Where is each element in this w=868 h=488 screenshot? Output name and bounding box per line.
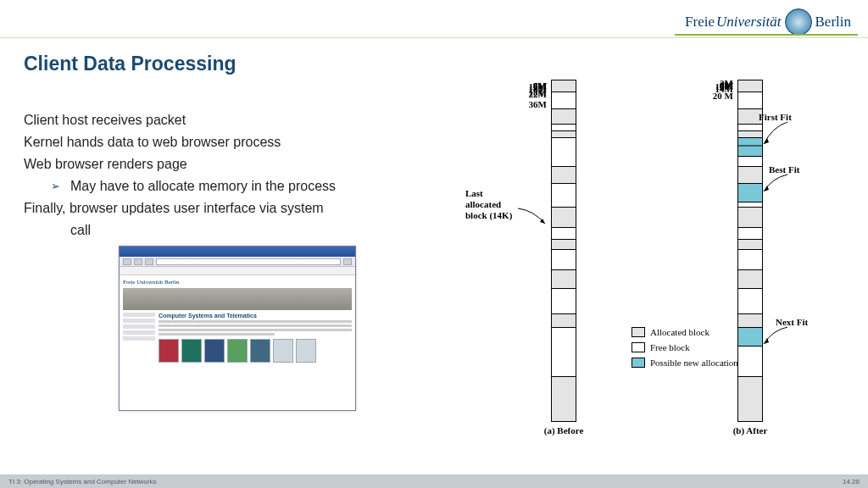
browser-page: Freie Universität Berlin Computer System… <box>120 275 355 366</box>
last-allocated-label: Lastallocatedblock (14K) <box>465 188 512 222</box>
page-headline: Computer Systems and Telematics <box>159 313 352 319</box>
next-fit-label: Next Fit <box>776 317 808 327</box>
body-line3: Web browser renders page <box>24 154 439 175</box>
body-line1: Client host receives packet <box>24 110 439 130</box>
browser-titlebar <box>120 247 355 257</box>
legend: Allocated block Free block Possible new … <box>632 327 738 373</box>
body-text: Client host receives packet Kernel hands… <box>24 110 439 242</box>
before-caption: (a) Before <box>530 425 598 435</box>
after-column: 8M 12M 6M 2M 8M 6M 14M 20 M <box>737 80 763 422</box>
after-caption: (b) After <box>716 425 784 435</box>
slide-title: Client Data Processing <box>24 53 236 75</box>
first-fit-label: First Fit <box>759 112 792 122</box>
memory-diagram: 8M 12M 22M 18M 8M 6M 14M 36M (a) Before … <box>470 80 848 468</box>
last-allocated-arrow-icon <box>518 208 552 234</box>
footer-left: TI 3: Operating Systems and Computer Net… <box>8 478 157 485</box>
logo-seal-icon <box>785 8 812 36</box>
body-bullet1: ➢ May have to allocate memory in the pro… <box>24 176 439 197</box>
footer: TI 3: Operating Systems and Computer Net… <box>0 474 868 488</box>
university-logo: Freie Universität Berlin <box>685 8 851 36</box>
footer-right: 14.28 <box>843 478 860 485</box>
legend-new: Possible new allocation <box>632 358 738 368</box>
logo-underline <box>675 34 858 36</box>
page-main: Computer Systems and Telematics <box>159 313 352 363</box>
browser-toolbar <box>120 257 355 267</box>
page-banner <box>123 288 352 310</box>
logo-word1: Freie <box>685 14 715 30</box>
logo-word3: Berlin <box>815 14 852 30</box>
logo-word2: Universität <box>716 14 782 30</box>
site-logo: Freie Universität Berlin <box>123 279 352 286</box>
next-fit-arrow-icon <box>764 327 798 352</box>
page-thumbnails <box>159 339 352 363</box>
legend-free: Free block <box>632 342 738 352</box>
best-fit-arrow-icon <box>764 175 798 200</box>
body-line4b: call <box>24 220 439 241</box>
chevron-icon: ➢ <box>51 178 60 195</box>
browser-tabs <box>120 267 355 275</box>
body-line4a: Finally, browser updates user interface … <box>24 198 439 219</box>
legend-alloc: Allocated block <box>632 327 738 337</box>
page-sidebar <box>123 313 155 363</box>
body-line2: Kernel hands data to web browser process <box>24 132 439 152</box>
before-column: 8M 12M 22M 18M 8M 6M 14M 36M <box>551 80 576 422</box>
header-accent-line <box>0 37 868 38</box>
first-fit-arrow-icon <box>764 122 798 151</box>
best-fit-label: Best Fit <box>769 164 799 175</box>
browser-screenshot: Freie Universität Berlin Computer System… <box>119 246 356 411</box>
